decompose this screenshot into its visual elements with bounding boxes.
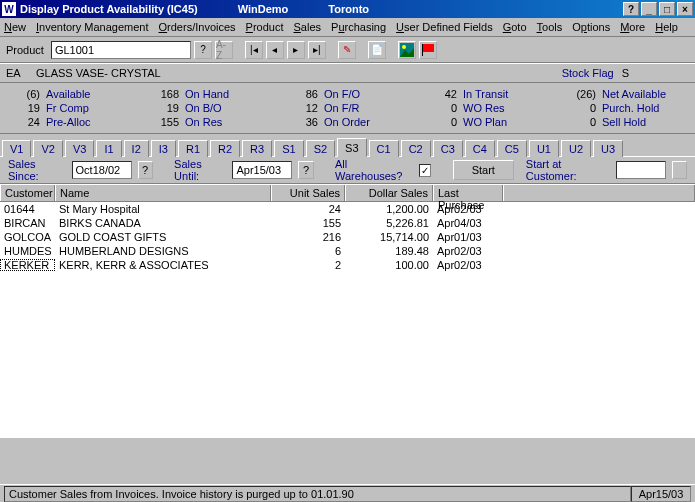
- menu-purchasing[interactable]: Purchasing: [331, 21, 386, 33]
- startcust-lookup[interactable]: [672, 161, 687, 179]
- menubar: New Inventory Management Orders/Invoices…: [0, 18, 695, 37]
- col-dollarsales[interactable]: Dollar Sales: [345, 185, 433, 201]
- picture-icon[interactable]: [398, 41, 416, 59]
- az-button[interactable]: A-Z: [215, 41, 233, 59]
- flag-icon[interactable]: [419, 41, 437, 59]
- menu-orders[interactable]: Orders/Invoices: [159, 21, 236, 33]
- stock-item[interactable]: (6)Available: [0, 87, 139, 101]
- allwh-label: All Warehouses?: [335, 158, 413, 182]
- tab-i2[interactable]: I2: [124, 140, 149, 157]
- product-label: Product: [6, 44, 44, 56]
- svg-rect-2: [422, 44, 434, 52]
- help-icon[interactable]: ?: [623, 2, 639, 16]
- nav-prev-icon[interactable]: ◂: [266, 41, 284, 59]
- stock-item[interactable]: (26)Net Available: [556, 87, 695, 101]
- stock-item[interactable]: 19On B/O: [139, 101, 278, 115]
- nav-first-icon[interactable]: |◂: [245, 41, 263, 59]
- start-button[interactable]: Start: [453, 160, 514, 180]
- product-desc-row: EA GLASS VASE- CRYSTAL Stock Flag S: [0, 63, 695, 83]
- nav-next-icon[interactable]: ▸: [287, 41, 305, 59]
- nav-last-icon[interactable]: ▸|: [308, 41, 326, 59]
- tab-u2[interactable]: U2: [561, 140, 591, 157]
- stock-item[interactable]: 155On Res: [139, 115, 278, 129]
- until-input[interactable]: [232, 161, 292, 179]
- uom-label: EA: [6, 67, 36, 79]
- col-unitsales[interactable]: Unit Sales: [271, 185, 345, 201]
- tab-v1[interactable]: V1: [2, 140, 31, 157]
- menu-udf[interactable]: User Defined Fields: [396, 21, 493, 33]
- tab-c3[interactable]: C3: [433, 140, 463, 157]
- menu-tools[interactable]: Tools: [537, 21, 563, 33]
- edit-icon[interactable]: ✎: [338, 41, 356, 59]
- stock-item[interactable]: 24Pre-Alloc: [0, 115, 139, 129]
- col-name[interactable]: Name: [55, 185, 271, 201]
- tab-u1[interactable]: U1: [529, 140, 559, 157]
- menu-new[interactable]: New: [4, 21, 26, 33]
- menu-inventory[interactable]: Inventory Management: [36, 21, 149, 33]
- document-icon[interactable]: 📄: [368, 41, 386, 59]
- tab-r2[interactable]: R2: [210, 140, 240, 157]
- maximize-icon[interactable]: □: [659, 2, 675, 16]
- tab-c5[interactable]: C5: [497, 140, 527, 157]
- status-bar: Customer Sales from Invoices. Invoice hi…: [0, 484, 695, 502]
- col-customer[interactable]: Customer: [0, 185, 55, 201]
- stock-summary: (6)Available19Fr Comp24Pre-Alloc168On Ha…: [0, 83, 695, 134]
- stock-item[interactable]: 0Sell Hold: [556, 115, 695, 129]
- toolbar: Product ? A-Z |◂ ◂ ▸ ▸| ✎ 📄: [0, 37, 695, 63]
- allwh-checkbox[interactable]: ✓: [419, 164, 431, 177]
- table-row[interactable]: 01644St Mary Hospital241,200.00Apr02/03: [0, 202, 695, 216]
- menu-help[interactable]: Help: [655, 21, 678, 33]
- menu-product[interactable]: Product: [246, 21, 284, 33]
- svg-point-1: [402, 45, 406, 49]
- startcust-input[interactable]: [616, 161, 666, 179]
- until-lookup[interactable]: ?: [298, 161, 313, 179]
- tab-r3[interactable]: R3: [242, 140, 272, 157]
- tab-c2[interactable]: C2: [401, 140, 431, 157]
- since-label: Sales Since:: [8, 158, 66, 182]
- col-spacer: [503, 185, 695, 201]
- tab-u3[interactable]: U3: [593, 140, 623, 157]
- stock-item[interactable]: 86On F/O: [278, 87, 417, 101]
- since-input[interactable]: [72, 161, 132, 179]
- col-lastpurchase[interactable]: Last Purchase: [433, 185, 503, 201]
- since-lookup[interactable]: ?: [138, 161, 153, 179]
- stockflag-value: S: [622, 67, 629, 79]
- stock-item[interactable]: 36On Order: [278, 115, 417, 129]
- status-text: Customer Sales from Invoices. Invoice hi…: [4, 486, 631, 502]
- stock-item[interactable]: 42In Transit: [417, 87, 556, 101]
- grid-header: Customer Name Unit Sales Dollar Sales La…: [0, 184, 695, 202]
- stock-item[interactable]: 19Fr Comp: [0, 101, 139, 115]
- tab-s3[interactable]: S3: [337, 138, 366, 157]
- product-lookup-button[interactable]: ?: [194, 41, 212, 59]
- title-company: WinDemo: [238, 3, 289, 15]
- stock-item[interactable]: 0WO Res: [417, 101, 556, 115]
- tab-r1[interactable]: R1: [178, 140, 208, 157]
- tab-c1[interactable]: C1: [369, 140, 399, 157]
- stock-item[interactable]: 168On Hand: [139, 87, 278, 101]
- menu-goto[interactable]: Goto: [503, 21, 527, 33]
- tab-s2[interactable]: S2: [306, 140, 335, 157]
- stock-item[interactable]: 0WO Plan: [417, 115, 556, 129]
- tab-v3[interactable]: V3: [65, 140, 94, 157]
- tab-i1[interactable]: I1: [96, 140, 121, 157]
- window-title: Display Product Availability (IC45): [20, 3, 198, 15]
- menu-sales[interactable]: Sales: [294, 21, 322, 33]
- grid-body[interactable]: 01644St Mary Hospital241,200.00Apr02/03B…: [0, 202, 695, 438]
- table-row[interactable]: BIRCANBIRKS CANADA1555,226.81Apr04/03: [0, 216, 695, 230]
- app-icon: W: [2, 2, 16, 16]
- tab-i3[interactable]: I3: [151, 140, 176, 157]
- tab-c4[interactable]: C4: [465, 140, 495, 157]
- stock-item[interactable]: 0Purch. Hold: [556, 101, 695, 115]
- close-icon[interactable]: ×: [677, 2, 693, 16]
- minimize-icon[interactable]: _: [641, 2, 657, 16]
- stock-item[interactable]: 12On F/R: [278, 101, 417, 115]
- stockflag-label: Stock Flag: [562, 67, 614, 79]
- tab-s1[interactable]: S1: [274, 140, 303, 157]
- table-row[interactable]: HUMDESHUMBERLAND DESIGNS6189.48Apr02/03: [0, 244, 695, 258]
- menu-options[interactable]: Options: [572, 21, 610, 33]
- table-row[interactable]: KERKERKERR, KERR & ASSOCIATES2100.00Apr0…: [0, 258, 695, 272]
- table-row[interactable]: GOLCOAGOLD COAST GIFTS21615,714.00Apr01/…: [0, 230, 695, 244]
- product-input[interactable]: [51, 41, 191, 59]
- menu-more[interactable]: More: [620, 21, 645, 33]
- tab-v2[interactable]: V2: [33, 140, 62, 157]
